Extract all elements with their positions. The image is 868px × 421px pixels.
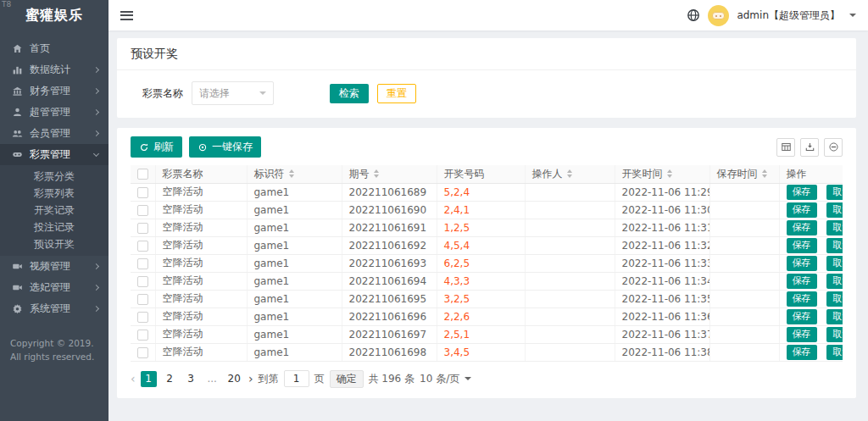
filter-columns-icon xyxy=(781,141,792,152)
submenu-item-lottery-category[interactable]: 彩票分类 xyxy=(0,168,108,185)
table-card: 刷新 一键保存 xyxy=(117,128,856,398)
save-row-button[interactable]: 保存 xyxy=(787,327,817,342)
user-avatar[interactable] xyxy=(708,5,729,26)
cell-checkbox xyxy=(131,325,155,343)
print-button[interactable] xyxy=(824,138,843,157)
sort-icon[interactable] xyxy=(762,169,767,178)
cell-lottery-name: 空降活动 xyxy=(155,307,247,325)
cancel-row-button[interactable]: 取消 xyxy=(826,238,843,253)
save-row-button[interactable]: 保存 xyxy=(787,274,817,289)
select-all-checkbox[interactable] xyxy=(137,169,148,180)
row-checkbox[interactable] xyxy=(137,276,148,287)
cancel-row-button[interactable]: 取消 xyxy=(826,202,843,218)
row-checkbox[interactable] xyxy=(137,312,148,323)
submenu-item-draw-records[interactable]: 开奖记录 xyxy=(0,202,108,219)
cancel-row-button[interactable]: 取消 xyxy=(826,256,843,271)
sidebar-item-members[interactable]: 会员管理 xyxy=(0,123,108,144)
chart-icon xyxy=(11,64,23,76)
next-page-button[interactable]: › xyxy=(248,372,253,385)
chevron-down-icon xyxy=(259,91,266,95)
goto-confirm-button[interactable]: 确定 xyxy=(330,370,364,388)
save-row-button[interactable]: 保存 xyxy=(787,202,817,218)
sidebar-item-label: 选妃管理 xyxy=(30,280,94,295)
cell-draw-numbers: 4,5,4 xyxy=(437,236,525,254)
cell-actions: 保存 取消 xyxy=(779,254,843,272)
cell-lottery-name: 空降活动 xyxy=(155,254,247,272)
cancel-row-button[interactable]: 取消 xyxy=(826,327,843,342)
sidebar-item-video[interactable]: 视频管理 xyxy=(0,256,108,277)
sort-icon[interactable] xyxy=(567,169,572,178)
cancel-row-button[interactable]: 取消 xyxy=(826,291,843,307)
sort-icon[interactable] xyxy=(289,169,294,178)
row-checkbox[interactable] xyxy=(137,347,148,358)
per-page-select[interactable]: 10 条/页 xyxy=(420,372,471,386)
save-row-button[interactable]: 保存 xyxy=(787,309,817,324)
cell-draw-time: 2022-11-06 11:35:02 xyxy=(615,290,709,307)
menu-toggle-icon[interactable] xyxy=(120,11,133,20)
row-checkbox[interactable] xyxy=(137,205,148,216)
submenu-item-bet-records[interactable]: 投注记录 xyxy=(0,219,108,235)
cancel-row-button[interactable]: 取消 xyxy=(826,274,843,289)
row-checkbox[interactable] xyxy=(137,223,148,234)
page-button-1[interactable]: 1 xyxy=(141,371,157,387)
goto-page-input[interactable] xyxy=(284,370,309,387)
sidebar-item-xuanfei[interactable]: 选妃管理 xyxy=(0,277,108,298)
filter-columns-button[interactable] xyxy=(776,138,795,157)
avatar-face xyxy=(712,12,725,19)
sidebar-item-label: 首页 xyxy=(30,42,100,56)
sort-icon[interactable] xyxy=(667,169,672,178)
cell-lottery-name: 空降活动 xyxy=(155,201,247,219)
language-globe-icon[interactable] xyxy=(687,8,700,22)
cell-save-time xyxy=(709,307,779,325)
col-lottery-name: 彩票名称 xyxy=(155,165,247,183)
table-row: 空降活动 game1 202211061698 3,4,5 2022-11-06… xyxy=(131,343,843,361)
row-checkbox[interactable] xyxy=(137,330,148,341)
cancel-row-button[interactable]: 取消 xyxy=(826,345,843,360)
sidebar-item-home[interactable]: 首页 xyxy=(0,38,108,59)
cell-save-time xyxy=(709,219,779,236)
lottery-name-select[interactable]: 请选择 xyxy=(192,81,274,105)
search-button[interactable]: 检索 xyxy=(330,84,369,103)
cancel-row-button[interactable]: 取消 xyxy=(826,309,843,324)
gear-icon xyxy=(11,303,23,315)
save-row-button[interactable]: 保存 xyxy=(787,220,817,235)
topbar: admin【超级管理员】 xyxy=(108,0,868,30)
export-button[interactable] xyxy=(800,138,819,157)
submenu-item-lottery-list[interactable]: 彩票列表 xyxy=(0,185,108,202)
lottery-name-label: 彩票名称 xyxy=(142,86,183,101)
refresh-button[interactable]: 刷新 xyxy=(131,136,182,158)
save-row-button[interactable]: 保存 xyxy=(787,256,817,271)
filter-card: 预设开奖 彩票名称 请选择 检索 重置 xyxy=(117,38,856,118)
sort-icon[interactable] xyxy=(374,169,379,178)
sidebar-item-statistics[interactable]: 数据统计 xyxy=(0,59,108,80)
sidebar-item-finance[interactable]: 财务管理 xyxy=(0,80,108,102)
col-issue: 期号 xyxy=(342,165,437,183)
save-row-button[interactable]: 保存 xyxy=(787,345,817,360)
save-all-button[interactable]: 一键保存 xyxy=(189,136,261,158)
prev-page-button[interactable]: ‹ xyxy=(131,372,136,385)
save-row-button[interactable]: 保存 xyxy=(787,291,817,307)
page-button-3[interactable]: 3 xyxy=(183,371,199,387)
sidebar-item-superadmin[interactable]: 超管管理 xyxy=(0,102,108,123)
save-row-button[interactable]: 保存 xyxy=(787,185,817,200)
row-checkbox[interactable] xyxy=(137,241,148,252)
sidebar-item-lottery[interactable]: 彩票管理 xyxy=(0,144,108,165)
page-button-20[interactable]: 20 xyxy=(225,371,243,387)
cancel-row-button[interactable]: 取消 xyxy=(826,185,843,200)
cell-draw-time: 2022-11-06 11:34:02 xyxy=(615,272,709,290)
submenu-item-preset-draw[interactable]: 预设开奖 xyxy=(0,235,108,252)
page-button-2[interactable]: 2 xyxy=(162,371,178,387)
row-checkbox[interactable] xyxy=(137,258,148,269)
cancel-row-button[interactable]: 取消 xyxy=(826,220,843,235)
sidebar-item-system[interactable]: 系统管理 xyxy=(0,298,108,319)
row-checkbox[interactable] xyxy=(137,187,148,198)
row-checkbox[interactable] xyxy=(137,294,148,305)
table-row: 空降活动 game1 202211061693 6,2,5 2022-11-06… xyxy=(131,254,843,272)
username-dropdown[interactable]: admin【超级管理员】 xyxy=(737,8,840,23)
cell-identifier: game1 xyxy=(247,236,342,254)
reset-button[interactable]: 重置 xyxy=(377,84,416,103)
cell-save-time xyxy=(709,272,779,290)
sidebar-item-label: 视频管理 xyxy=(30,259,94,274)
table-tool-icons xyxy=(776,138,843,157)
save-row-button[interactable]: 保存 xyxy=(787,238,817,253)
